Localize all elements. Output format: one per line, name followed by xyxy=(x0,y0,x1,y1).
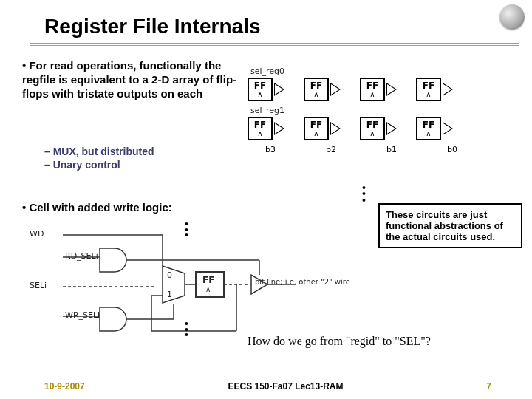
ff-cell: FF∧ xyxy=(360,78,397,101)
bitline-label: bit line; i.e. other "2" wire xyxy=(255,278,351,286)
sub-mux: – MUX, but distributed xyxy=(44,145,154,158)
bit-label: b0 xyxy=(447,145,457,154)
ff-cell: FF∧ xyxy=(248,117,284,140)
tristate-icon xyxy=(386,83,397,96)
note-abstraction: These circuits are just functional abstr… xyxy=(378,203,522,248)
tristate-icon xyxy=(274,122,284,135)
vertical-dots-icon: ••• xyxy=(185,222,188,239)
ff-array-diagram: sel_reg0 FF∧ FF∧ FF∧ FF∧ sel_reg1 FF∧ FF… xyxy=(248,66,525,154)
ff-cell: FF∧ xyxy=(360,117,397,140)
sel-reg0-label: sel_reg0 xyxy=(250,66,525,76)
slide-title: Register File Internals xyxy=(44,15,261,38)
sel-label: SELi xyxy=(30,281,47,290)
rdsel-label: RD_SELi xyxy=(65,251,98,261)
mux-0: 0 xyxy=(167,270,172,280)
bullet-read-ops-text: For read operations, functionally the re… xyxy=(22,59,236,100)
bullet-read-ops: • For read operations, functionally the … xyxy=(22,59,240,100)
vertical-dots-icon: ••• xyxy=(185,321,188,338)
tristate-icon xyxy=(443,122,453,135)
wd-label: WD xyxy=(30,229,44,239)
mux-1: 1 xyxy=(167,290,172,299)
ff-cell: FF∧ xyxy=(248,78,284,101)
write-cell-diagram: WD RD_SELi SELi WR_SELi 0 1 FF ∧ bit lin… xyxy=(30,222,355,332)
tristate-icon xyxy=(443,83,453,96)
ff-row-1: FF∧ FF∧ FF∧ FF∧ xyxy=(248,117,525,140)
bit-label: b2 xyxy=(326,145,336,154)
bullet-write-logic: • Cell with added write logic: xyxy=(22,201,172,215)
ff-row-0: FF∧ FF∧ FF∧ FF∧ xyxy=(248,78,525,101)
sel-reg1-label: sel_reg1 xyxy=(250,106,525,115)
bit-label: b1 xyxy=(386,145,397,154)
bullet-subs: – MUX, but distributed – Unary control xyxy=(44,145,154,171)
ff-cell: FF∧ xyxy=(416,78,453,101)
wrsel-label: WR_SELi xyxy=(65,310,100,320)
tristate-icon xyxy=(386,122,397,135)
ff-label: FF xyxy=(202,275,214,285)
ff-cell: FF∧ xyxy=(304,78,341,101)
footer-date: 10-9-2007 xyxy=(44,381,85,392)
tristate-icon xyxy=(330,83,341,96)
vertical-dots-icon: ••• xyxy=(362,185,366,203)
bit-labels: b3 b2 b1 b0 xyxy=(265,145,525,154)
bit-label: b3 xyxy=(265,145,276,154)
footer-course: EECS 150-Fa07 Lec13-RAM xyxy=(228,381,343,392)
tristate-icon xyxy=(274,83,284,96)
closing-question: How do we go from "regid" to "SEL"? xyxy=(248,335,431,348)
ff-cell: FF∧ xyxy=(304,117,341,140)
sub-unary: – Unary control xyxy=(44,158,154,171)
title-underline xyxy=(30,43,519,46)
tristate-icon xyxy=(330,122,341,135)
ff-clk: ∧ xyxy=(205,285,211,293)
footer-page-number: 7 xyxy=(486,381,491,392)
seal-logo xyxy=(499,4,525,30)
ff-cell: FF∧ xyxy=(416,117,453,140)
bullet-write-logic-text: Cell with added write logic: xyxy=(29,201,171,214)
slide-footer: 10-9-2007 EECS 150-Fa07 Lec13-RAM 7 xyxy=(0,381,532,392)
